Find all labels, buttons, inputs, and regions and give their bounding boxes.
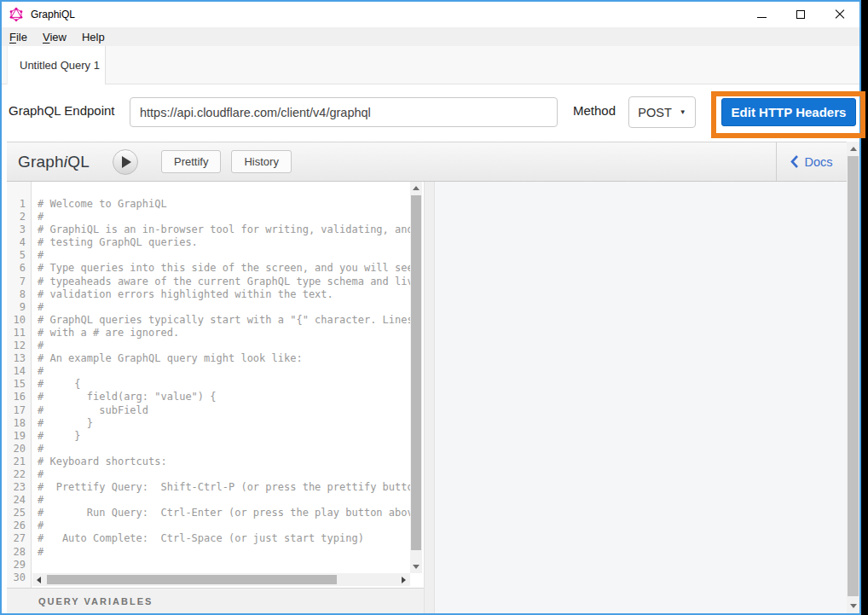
- graphiql-logo: GraphiQL: [18, 153, 90, 171]
- code-line: # }: [38, 430, 410, 443]
- line-number: 18: [7, 417, 31, 430]
- line-number: 23: [7, 481, 31, 494]
- menu-item-file[interactable]: File: [2, 27, 35, 46]
- code-line: #: [38, 519, 410, 532]
- line-number: 14: [7, 365, 31, 378]
- title-bar: GraphiQL: [2, 2, 859, 27]
- line-number: 27: [7, 532, 31, 545]
- line-number: 10: [7, 314, 31, 327]
- window-controls: [742, 2, 859, 27]
- edit-http-headers-label: Edit HTTP Headers: [732, 105, 847, 119]
- editor-hscroll-thumb[interactable]: [47, 575, 337, 584]
- editor-code[interactable]: # Welcome to GraphiQL## GraphiQL is an i…: [32, 182, 410, 573]
- code-line: # Welcome to GraphiQL: [38, 198, 410, 211]
- code-line: #: [38, 546, 410, 559]
- code-line: # Run Query: Ctrl-Enter (or press the pl…: [38, 507, 410, 519]
- docs-toggle[interactable]: Docs: [776, 142, 847, 181]
- code-line: # typeaheads aware of the current GraphQ…: [38, 276, 410, 288]
- code-line: #: [38, 365, 410, 378]
- line-number: 24: [7, 494, 31, 507]
- tab-bar: Untitled Query 1: [2, 46, 859, 84]
- line-number: 2: [7, 211, 31, 223]
- editor-gutter: 1234567891011121314151617181920212223242…: [7, 182, 32, 588]
- code-line: #: [38, 211, 410, 223]
- query-editor-pane[interactable]: 1234567891011121314151617181920212223242…: [7, 182, 424, 613]
- menu-label: ile: [16, 31, 27, 44]
- maximize-icon: [796, 10, 805, 19]
- method-label: Method: [573, 103, 616, 118]
- code-line: # GraphiQL is an in-browser tool for wri…: [38, 223, 410, 236]
- app-scroll-thumb[interactable]: [848, 156, 859, 596]
- minimize-icon: [757, 17, 767, 18]
- line-number: 7: [7, 276, 31, 288]
- app-scrollbar[interactable]: [847, 142, 859, 613]
- tab-label: Untitled Query 1: [20, 59, 100, 72]
- code-line: # {: [38, 378, 410, 391]
- menu-item-help[interactable]: Help: [74, 27, 113, 46]
- line-number: 16: [7, 391, 31, 403]
- method-select[interactable]: POST ▼: [628, 96, 696, 128]
- code-line: # An example GraphQL query might look li…: [38, 352, 410, 365]
- endpoint-label: GraphQL Endpoint: [9, 103, 115, 118]
- code-line: # testing GraphQL queries.: [38, 236, 410, 249]
- editor-vertical-scrollbar[interactable]: [410, 182, 422, 573]
- editor-horizontal-scrollbar[interactable]: [32, 573, 410, 586]
- menu-label: Help: [82, 31, 105, 44]
- scroll-up-icon[interactable]: [850, 147, 857, 151]
- close-button[interactable]: [820, 2, 859, 27]
- line-number: 6: [7, 262, 31, 275]
- code-line: #: [38, 443, 410, 455]
- graphiql-toolbar: GraphiQL Prettify History Docs: [7, 142, 847, 182]
- minimize-button[interactable]: [742, 2, 781, 27]
- scroll-down-icon[interactable]: [413, 565, 420, 569]
- line-number: 13: [7, 352, 31, 365]
- line-number: 29: [7, 559, 31, 571]
- code-line: # }: [38, 417, 410, 430]
- close-icon: [835, 9, 845, 20]
- line-number: 20: [7, 443, 31, 455]
- endpoint-url-input[interactable]: [130, 97, 558, 127]
- method-value: POST: [638, 106, 671, 119]
- menu-item-view[interactable]: View: [35, 27, 74, 46]
- query-variables-title: QUERY VARIABLES: [38, 596, 153, 606]
- line-number: 22: [7, 468, 31, 481]
- code-line: # field(arg: "value") {: [38, 391, 410, 403]
- window-title: GraphiQL: [31, 9, 75, 20]
- menu-bar: File View Help: [2, 27, 859, 46]
- chevron-left-icon: [790, 155, 798, 168]
- code-line: # with a # are ignored.: [38, 327, 410, 339]
- line-number: 11: [7, 327, 31, 339]
- line-number: 21: [7, 455, 31, 468]
- edit-http-headers-button[interactable]: Edit HTTP Headers: [721, 98, 856, 126]
- line-number: 3: [7, 223, 31, 236]
- scroll-down-icon[interactable]: [850, 604, 857, 608]
- code-line: #: [38, 339, 410, 352]
- scroll-right-icon[interactable]: [402, 577, 406, 583]
- history-button[interactable]: History: [231, 150, 291, 173]
- code-line: #: [38, 301, 410, 314]
- tab-untitled-query-1[interactable]: Untitled Query 1: [7, 46, 106, 84]
- line-number: 5: [7, 249, 31, 262]
- line-number: 4: [7, 236, 31, 249]
- execute-query-button[interactable]: [113, 149, 138, 175]
- result-pane: [435, 182, 847, 613]
- pane-divider[interactable]: [424, 182, 435, 613]
- graphql-logo-icon: [9, 8, 23, 21]
- scroll-up-icon[interactable]: [413, 186, 420, 190]
- code-line: # subField: [38, 404, 410, 417]
- editor-vscroll-thumb[interactable]: [411, 195, 421, 550]
- endpoint-row: GraphQL Endpoint Method POST ▼ Edit HTTP…: [2, 84, 859, 142]
- line-number: 25: [7, 507, 31, 519]
- code-line: # GraphQL queries typically start with a…: [38, 314, 410, 327]
- prettify-button[interactable]: Prettify: [161, 150, 221, 173]
- code-line: # Type queries into this side of the scr…: [38, 262, 410, 275]
- code-line: # Prettify Query: Shift-Ctrl-P (or press…: [38, 481, 410, 494]
- query-variables-bar[interactable]: QUERY VARIABLES: [7, 588, 424, 613]
- code-line: # Keyboard shortcuts:: [38, 455, 410, 468]
- line-number: 9: [7, 301, 31, 314]
- code-line: [38, 559, 410, 571]
- maximize-button[interactable]: [781, 2, 820, 27]
- code-line: #: [38, 249, 410, 262]
- app-window: GraphiQL File View Help Untitled Query 1…: [0, 0, 861, 615]
- scroll-left-icon[interactable]: [37, 577, 41, 583]
